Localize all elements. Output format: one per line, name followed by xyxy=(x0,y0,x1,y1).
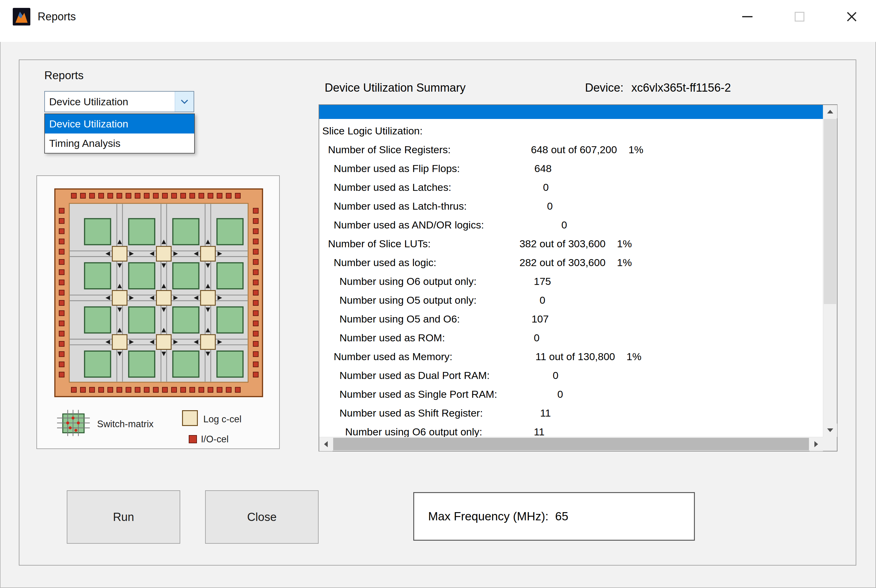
reports-window: Reports Reports Device Utilization Devic… xyxy=(0,0,876,588)
report-line: Number used as Single Port RAM: 0 xyxy=(322,385,823,404)
report-line: Number using O5 output only: 0 xyxy=(322,291,823,309)
horizontal-scroll-thumb[interactable] xyxy=(333,438,809,450)
max-frequency-label: Max Frequency (MHz): xyxy=(428,510,549,523)
dropdown-item-device-utilization[interactable]: Device Utilization xyxy=(45,114,194,134)
app-icon xyxy=(13,8,30,26)
chevron-down-icon[interactable] xyxy=(175,92,194,112)
window-title: Reports xyxy=(38,0,76,33)
title-bar[interactable]: Reports xyxy=(0,0,876,42)
report-line: Number used as Shift Register: 11 xyxy=(322,404,823,422)
fpga-diagram-panel: Switch-matrix Log c-cel I/O-cel xyxy=(36,176,280,449)
scroll-up-icon xyxy=(827,110,833,114)
device-label: Device: xyxy=(585,81,624,94)
report-text[interactable]: Slice Logic Utilization: Number of Slice… xyxy=(319,105,823,437)
summary-heading: Device Utilization Summary xyxy=(325,81,466,94)
vertical-scrollbar[interactable] xyxy=(823,105,837,437)
minimize-icon xyxy=(742,16,753,17)
combobox-value: Device Utilization xyxy=(45,92,175,112)
report-line: Number used as AND/OR logics: 0 xyxy=(322,215,823,234)
close-icon xyxy=(846,10,858,23)
max-frequency-value: 65 xyxy=(555,510,568,523)
report-lines: Slice Logic Utilization: Number of Slice… xyxy=(319,119,823,437)
scroll-right-icon xyxy=(814,441,818,447)
scroll-right-button[interactable] xyxy=(810,437,823,451)
vertical-scroll-thumb[interactable] xyxy=(824,119,836,304)
logic-cell-swatch xyxy=(182,410,198,426)
device-line: Device: xc6vlx365t-ff1156-2 xyxy=(585,81,731,94)
scrollbar-corner xyxy=(823,437,837,451)
scroll-left-button[interactable] xyxy=(319,437,333,451)
fpga-diagram xyxy=(54,188,263,398)
switch-matrix-icon xyxy=(57,410,90,436)
horizontal-scrollbar[interactable] xyxy=(319,437,823,451)
dropdown-item-timing-analysis[interactable]: Timing Analysis xyxy=(45,134,194,153)
report-line: Number used as Latch-thrus: 0 xyxy=(322,196,823,215)
report-line: Number using O6 output only: 175 xyxy=(322,272,823,291)
scroll-down-icon xyxy=(827,428,833,432)
report-line: Number used as Flip Flops: 648 xyxy=(322,159,823,178)
report-line: Number used as logic: 282 out of 303,600… xyxy=(322,253,823,272)
maximize-button[interactable] xyxy=(783,0,816,33)
logic-cell-label: Log c-cel xyxy=(203,414,242,425)
selected-line-highlight xyxy=(319,105,823,119)
report-text-area[interactable]: Slice Logic Utilization: Number of Slice… xyxy=(319,104,837,452)
scroll-down-button[interactable] xyxy=(823,423,837,437)
report-line: Number of Slice LUTs: 382 out of 303,600… xyxy=(322,234,823,253)
close-dialog-button[interactable]: Close xyxy=(205,490,319,544)
scroll-up-button[interactable] xyxy=(823,105,837,118)
report-line: Number used as Dual Port RAM: 0 xyxy=(322,366,823,385)
report-line: Number used as Memory: 11 out of 130,800… xyxy=(322,347,823,366)
report-line: Number using O6 output only: 11 xyxy=(322,422,823,437)
io-cell-label: I/O-cel xyxy=(201,434,228,445)
report-line: Slice Logic Utilization: xyxy=(322,122,823,140)
reports-label: Reports xyxy=(44,69,84,82)
report-type-combobox[interactable]: Device Utilization xyxy=(44,91,194,112)
report-line: Number used as Latches: 0 xyxy=(322,178,823,196)
device-value: xc6vlx365t-ff1156-2 xyxy=(632,81,731,94)
report-line: Number of Slice Registers: 648 out of 60… xyxy=(322,140,823,159)
scroll-left-icon xyxy=(324,441,328,447)
switch-matrix-label: Switch-matrix xyxy=(97,419,153,430)
minimize-button[interactable] xyxy=(730,0,764,33)
io-cell-swatch xyxy=(189,435,197,443)
report-line: Number used as ROM: 0 xyxy=(322,328,823,347)
close-button[interactable] xyxy=(835,0,868,33)
report-line: Number using O5 and O6: 107 xyxy=(322,309,823,328)
run-button[interactable]: Run xyxy=(67,490,180,544)
maximize-icon xyxy=(795,12,804,21)
max-frequency-box: Max Frequency (MHz): 65 xyxy=(413,492,695,541)
report-type-dropdown: Device Utilization Timing Analysis xyxy=(44,114,195,153)
